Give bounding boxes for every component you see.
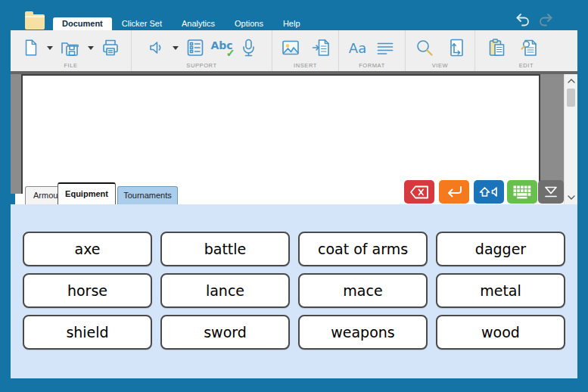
hide-word-bar-button[interactable] (538, 180, 564, 204)
ribbon-group-file: FILE (11, 30, 132, 71)
history-buttons (515, 13, 554, 26)
speak-icon[interactable] (148, 39, 166, 57)
speak-dropdown-icon[interactable] (173, 46, 179, 50)
ribbon-group-label-view: VIEW (406, 62, 474, 69)
word-cell-dagger[interactable]: dagger (436, 232, 565, 266)
word-grid: axe battle coat of arms dagger horse lan… (23, 232, 565, 350)
menu-item-help[interactable]: Help (273, 17, 310, 30)
picture-icon[interactable] (281, 38, 300, 58)
menu-item-options[interactable]: Options (225, 17, 273, 30)
ribbon-group-label-edit: EDIT (475, 62, 577, 69)
new-document-icon[interactable] (22, 38, 40, 58)
ribbon-group-support: Abc ✓ SUPPORT (132, 30, 272, 71)
word-cell-mace[interactable]: mace (298, 273, 428, 308)
speak-button[interactable] (474, 180, 504, 204)
word-list-icon[interactable] (185, 38, 205, 58)
save-dropdown-icon[interactable] (88, 46, 94, 50)
word-cell-shield[interactable]: shield (23, 315, 152, 350)
ribbon-group-edit: EDIT (475, 30, 577, 71)
return-button[interactable] (439, 180, 469, 204)
word-cell-wood[interactable]: wood (436, 315, 565, 350)
font-icon[interactable]: Aa (349, 40, 366, 56)
ribbon-group-label-format: FORMAT (339, 62, 405, 69)
ribbon-group-insert: INSERT (272, 30, 339, 71)
folder-app-icon (25, 14, 45, 30)
word-cell-metal[interactable]: metal (436, 273, 565, 308)
vertical-scrollbar[interactable] (564, 74, 577, 204)
menu-bar: Document Clicker Set Analytics Options H… (53, 17, 310, 30)
word-bar: axe battle coat of arms dagger horse lan… (11, 204, 577, 378)
spellcheck-icon[interactable]: Abc ✓ (211, 38, 234, 58)
backspace-button[interactable] (404, 180, 434, 204)
paste-icon[interactable] (487, 38, 507, 58)
record-icon[interactable] (240, 38, 257, 58)
tab-tournaments[interactable]: Tournaments (117, 186, 178, 204)
menu-item-clicker-set[interactable]: Clicker Set (112, 17, 172, 30)
clicker-app-window: Document Clicker Set Analytics Options H… (0, 0, 588, 392)
paragraph-icon[interactable] (375, 38, 395, 58)
save-icon[interactable] (60, 38, 81, 58)
menu-item-analytics[interactable]: Analytics (172, 17, 225, 30)
ribbon-group-label-insert: INSERT (272, 62, 338, 69)
word-cell-axe[interactable]: axe (23, 232, 152, 266)
scrollbar-thumb[interactable] (567, 89, 575, 107)
undo-icon[interactable] (515, 13, 531, 26)
menu-item-document[interactable]: Document (53, 17, 112, 30)
word-cell-horse[interactable]: horse (23, 273, 152, 308)
tab-equipment[interactable]: Equipment (58, 182, 116, 204)
word-cell-coat-of-arms[interactable]: coat of arms (298, 232, 428, 266)
word-cell-lance[interactable]: lance (160, 273, 290, 308)
insert-file-icon[interactable] (311, 38, 331, 58)
word-cell-sword[interactable]: sword (160, 315, 290, 350)
font-text: Aa (349, 40, 366, 56)
page-setup-icon[interactable] (446, 38, 466, 58)
redo-icon[interactable] (537, 13, 554, 26)
print-icon[interactable] (101, 38, 120, 58)
scroll-up-icon[interactable] (565, 75, 578, 87)
zoom-icon[interactable] (415, 38, 434, 58)
new-document-dropdown-icon[interactable] (47, 46, 53, 50)
scroll-down-icon[interactable] (565, 191, 578, 204)
ribbon-toolbar: FILE Abc ✓ (11, 30, 577, 71)
ribbon-group-format: Aa FORMAT (339, 30, 406, 71)
ribbon-group-label-file: FILE (11, 62, 131, 69)
word-cell-battle[interactable]: battle (160, 232, 290, 266)
keyboard-button[interactable] (507, 180, 537, 204)
word-cell-weapons[interactable]: weapons (298, 315, 428, 350)
check-icon: ✓ (226, 47, 235, 59)
ribbon-group-view: VIEW (406, 30, 475, 71)
find-icon[interactable] (519, 38, 539, 58)
ribbon-group-label-support: SUPPORT (132, 62, 272, 69)
